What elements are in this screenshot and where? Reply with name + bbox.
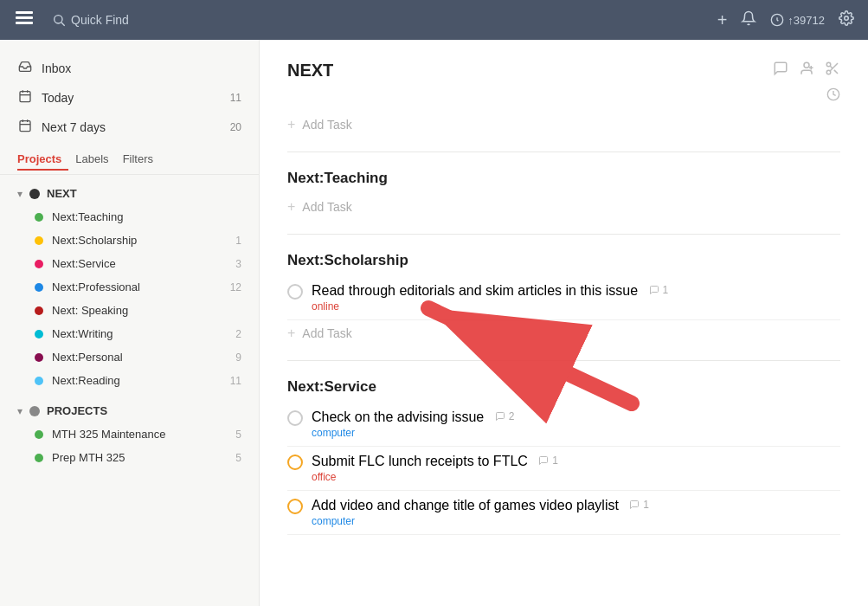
next-personal-dot — [35, 353, 43, 362]
topbar-actions: + ↑39712 — [717, 10, 854, 30]
comment-icon[interactable] — [773, 61, 788, 81]
next7-label: Next 7 days — [42, 120, 106, 134]
next-personal-label: Next:Personal — [52, 351, 223, 364]
next-speaking-dot — [35, 306, 43, 315]
next-writing-dot — [35, 330, 43, 338]
sidebar-item-prep-mth325[interactable]: Prep MTH 325 5 — [0, 446, 259, 469]
tab-labels[interactable]: Labels — [68, 149, 115, 171]
add-task-scholarship[interactable]: + Add Task — [287, 320, 840, 346]
mth325-maint-label: MTH 325 Maintenance — [52, 428, 223, 441]
task-checkbox-4[interactable] — [287, 499, 303, 514]
task-content-3: Submit FLC lunch receipts to FTLC 1 offi… — [312, 454, 840, 483]
next-service-label: Next:Service — [52, 257, 223, 270]
sidebar-item-inbox[interactable]: Inbox — [0, 54, 259, 83]
task-comment-4: 1 — [629, 499, 649, 511]
inbox-label: Inbox — [42, 61, 71, 75]
next-reading-dot — [35, 377, 43, 385]
task-comment-2: 2 — [495, 410, 515, 422]
task-content-4: Add video and change title of games vide… — [312, 498, 840, 527]
next-professional-label: Next:Professional — [52, 280, 218, 293]
svg-rect-2 — [16, 22, 33, 24]
next-group-label: NEXT — [47, 187, 77, 200]
sidebar-item-next-personal[interactable]: Next:Personal 9 — [0, 345, 259, 369]
project-group-next[interactable]: ▾ NEXT — [0, 182, 259, 205]
task-title-2: Check on the advising issue 2 — [312, 409, 840, 425]
next-service-dot — [35, 260, 43, 268]
settings-icon[interactable] — [839, 10, 854, 30]
bell-icon[interactable] — [741, 10, 756, 29]
table-row: Add video and change title of games vide… — [287, 491, 840, 535]
sidebar-item-next-reading[interactable]: Next:Reading 11 — [0, 369, 259, 392]
svg-rect-7 — [20, 92, 30, 102]
task-comment-1: 1 — [649, 284, 669, 296]
table-row: Submit FLC lunch receipts to FTLC 1 offi… — [287, 447, 840, 491]
svg-line-24 — [830, 66, 833, 68]
mth325-maint-dot — [35, 430, 43, 439]
next-service-count: 3 — [235, 258, 241, 270]
add-task-teaching[interactable]: + Add Task — [287, 194, 840, 220]
sidebar-item-mth325-maint[interactable]: MTH 325 Maintenance 5 — [0, 422, 259, 446]
next7-icon — [17, 119, 33, 136]
projects-group-label: PROJECTS — [47, 404, 107, 417]
add-icon-top: + — [287, 117, 295, 132]
tab-filters[interactable]: Filters — [116, 149, 160, 171]
history-icon[interactable] — [826, 87, 840, 105]
task-content-1: Read through editorials and skim article… — [312, 283, 840, 313]
quick-find[interactable]: Quick Find — [52, 13, 707, 27]
add-member-icon[interactable] — [799, 61, 814, 81]
sidebar-item-next-writing[interactable]: Next:Writing 2 — [0, 322, 259, 345]
task-comment-3: 1 — [538, 455, 558, 467]
header-actions — [773, 61, 840, 81]
next-teaching-label: Next:Teaching — [52, 210, 241, 223]
main-layout: Inbox Today 11 Next 7 days 20 Projects L… — [0, 40, 868, 606]
next-reading-label: Next:Reading — [52, 374, 218, 387]
tab-projects[interactable]: Projects — [17, 149, 68, 171]
svg-point-21 — [826, 70, 831, 74]
sidebar-item-next-professional[interactable]: Next:Professional 12 — [0, 275, 259, 299]
next-scholarship-dot — [35, 236, 43, 245]
topbar: Quick Find + ↑39712 — [0, 0, 868, 40]
table-row: Read through editorials and skim article… — [287, 276, 840, 320]
prep-mth325-dot — [35, 454, 43, 462]
add-task-top[interactable]: + Add Task — [287, 112, 840, 138]
sidebar-item-next7[interactable]: Next 7 days 20 — [0, 113, 259, 142]
svg-line-23 — [834, 70, 838, 74]
sidebar-item-today[interactable]: Today 11 — [0, 83, 259, 113]
mth325-maint-count: 5 — [235, 429, 241, 441]
sidebar-item-next-scholarship[interactable]: Next:Scholarship 1 — [0, 229, 259, 252]
today-icon — [17, 89, 33, 106]
project-group-projects[interactable]: ▾ PROJECTS — [0, 399, 259, 422]
scissors-icon[interactable] — [825, 61, 840, 81]
next-speaking-label: Next: Speaking — [52, 304, 241, 317]
task-checkbox-2[interactable] — [287, 410, 303, 426]
sidebar-item-next-speaking[interactable]: Next: Speaking — [0, 299, 259, 322]
sidebar-item-next-teaching[interactable]: Next:Teaching — [0, 205, 259, 229]
next-professional-count: 12 — [230, 281, 241, 293]
table-row: Check on the advising issue 2 computer — [287, 403, 840, 447]
next-personal-count: 9 — [235, 351, 241, 364]
task-tag-2: computer — [312, 427, 840, 439]
chevron-down-icon2: ▾ — [17, 405, 23, 417]
task-content-2: Check on the advising issue 2 computer — [312, 409, 840, 439]
sidebar-tabs: Projects Labels Filters — [0, 142, 259, 175]
next7-badge: 20 — [230, 121, 241, 133]
chevron-down-icon: ▾ — [17, 188, 23, 200]
content-header: NEXT — [287, 61, 840, 81]
next-writing-label: Next:Writing — [52, 327, 223, 340]
sidebar-item-next-service[interactable]: Next:Service 3 — [0, 252, 259, 275]
today-label: Today — [42, 91, 74, 105]
svg-line-4 — [61, 23, 65, 26]
svg-rect-11 — [20, 121, 30, 132]
next-reading-count: 11 — [230, 375, 241, 387]
task-checkbox-1[interactable] — [287, 284, 303, 300]
task-tag-1: online — [312, 300, 840, 313]
task-title-1: Read through editorials and skim article… — [312, 283, 840, 299]
karma-display: ↑39712 — [770, 13, 825, 27]
svg-point-20 — [826, 62, 831, 67]
next-dot — [29, 189, 40, 199]
section-title-service: Next:Service — [287, 378, 840, 396]
prep-mth325-count: 5 — [235, 452, 241, 464]
task-checkbox-3[interactable] — [287, 455, 303, 470]
add-icon[interactable]: + — [717, 10, 728, 30]
svg-point-3 — [55, 16, 62, 23]
